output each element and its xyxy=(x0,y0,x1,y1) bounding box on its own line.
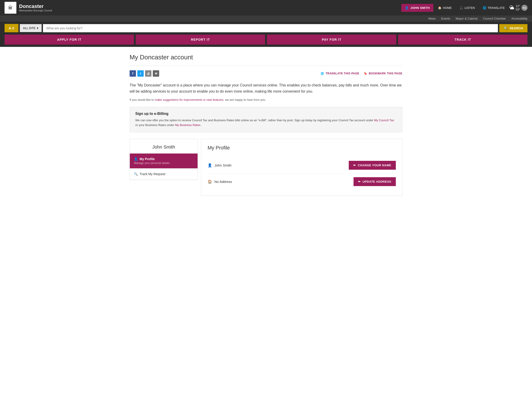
pay-for-it-button[interactable]: PAY FOR IT xyxy=(267,35,396,45)
nav-council-chamber[interactable]: Council Chamber xyxy=(483,17,506,20)
listen-button[interactable]: 🎧 LISTEN xyxy=(456,4,478,12)
sidebar-profile-label: 👤 My Profile xyxy=(134,157,193,161)
sidebar-header: John Smith xyxy=(130,139,198,154)
change-name-button[interactable]: ✏ CHANGE YOUR NAME xyxy=(349,161,396,170)
translate-page-link[interactable]: 🌐 TRANSLATE THIS PAGE xyxy=(321,72,359,75)
social-bar: f t 🖨 ✉ 🌐 TRANSLATE THIS PAGE 🔖 BOOKMARK… xyxy=(130,70,402,77)
logo-area: 🏛 Doncaster Metropolitan Borough Council xyxy=(5,2,52,14)
profile-address-row: 🏠 No Address ✏ UPDATE ADDRESS xyxy=(207,174,396,190)
title-divider xyxy=(130,65,402,66)
profile-icon: 👤 xyxy=(134,157,138,161)
profile-address-value: No Address xyxy=(214,180,232,184)
search-input[interactable] xyxy=(43,24,498,32)
sidebar-item-my-profile[interactable]: 👤 My Profile Manage your personal detail… xyxy=(130,154,198,168)
air-quality-badge: AQ xyxy=(522,5,527,11)
quick-nav-bar: APPLY FOR IT REPORT IT PAY FOR IT TRACK … xyxy=(0,35,532,47)
update-address-button[interactable]: ✏ UPDATE ADDRESS xyxy=(353,177,396,186)
billing-desc-text: We can now offer you the option to recei… xyxy=(135,119,374,122)
track-it-button[interactable]: TRACK IT xyxy=(398,35,527,45)
header-nav: 👤 JOHN SMITH 🏠 HOME 🎧 LISTEN 🌐 TRANSLATE… xyxy=(401,4,527,12)
edit-icon: ✏ xyxy=(353,164,356,167)
nav-events[interactable]: Events xyxy=(441,17,450,20)
address-field: 🏠 No Address xyxy=(207,179,232,184)
search-label: SEARCH xyxy=(509,26,523,30)
billing-end-text: . xyxy=(200,123,201,127)
main-content: My Doncaster account f t 🖨 ✉ 🌐 TRANSLATE… xyxy=(125,47,407,203)
user-name-label: JOHN SMITH xyxy=(410,6,430,9)
sidebar-item-track-request[interactable]: 🔍 Track My Request xyxy=(130,168,198,180)
billing-description: We can now offer you the option to recei… xyxy=(135,118,397,128)
scope-label: ALL SITE xyxy=(23,26,36,30)
home-label: HOME xyxy=(443,6,452,9)
page-title: My Doncaster account xyxy=(130,54,402,61)
suggestion-pre: If you would like to xyxy=(130,98,155,102)
business-rates-link[interactable]: My Business Rates xyxy=(175,123,200,127)
report-it-button[interactable]: REPORT IT xyxy=(136,35,265,45)
account-sidebar: John Smith 👤 My Profile Manage your pers… xyxy=(130,139,198,180)
temp-celsius: 12° xyxy=(516,4,520,8)
name-field: 👤 John Smith xyxy=(207,163,231,167)
search-button[interactable]: 🔍 SEARCH xyxy=(499,24,527,32)
listen-label: LISTEN xyxy=(464,6,475,9)
billing-mid-text: or your Business Rates under xyxy=(135,123,175,127)
twitter-share-button[interactable]: t xyxy=(137,70,144,77)
email-share-button[interactable]: ✉ xyxy=(153,70,159,77)
profile-name-row: 👤 John Smith ✏ CHANGE YOUR NAME xyxy=(207,157,396,174)
track-search-icon: 🔍 xyxy=(134,172,138,176)
billing-box: Sign up to e-Billing We can now offer yo… xyxy=(130,107,402,132)
sidebar-username: John Smith xyxy=(134,144,193,150)
council-tax-link[interactable]: My Council Tax xyxy=(374,119,394,122)
account-main: My Profile 👤 John Smith ✏ CHANGE YOUR NA… xyxy=(201,139,402,196)
bookmark-icon: 🔖 xyxy=(364,72,367,75)
globe-icon: 🌐 xyxy=(483,6,486,9)
change-name-label: CHANGE YOUR NAME xyxy=(358,164,391,167)
logo-icon: 🏛 xyxy=(5,2,16,14)
bookmark-page-link[interactable]: 🔖 BOOKMARK THIS PAGE xyxy=(364,72,402,75)
temp-fahrenheit: 53° xyxy=(516,8,520,11)
nav-accessibility[interactable]: Accessibility xyxy=(511,17,527,20)
nav-mayor[interactable]: Mayor & Cabinet xyxy=(456,17,478,20)
bookmark-page-label: BOOKMARK THIS PAGE xyxy=(369,72,402,75)
scope-selector[interactable]: ALL SITE ▾ xyxy=(20,24,42,32)
facebook-share-button[interactable]: f xyxy=(130,70,136,77)
logo-text: Doncaster Metropolitan Borough Council xyxy=(19,4,52,12)
translate-label: TRANSLATE xyxy=(488,6,505,9)
suggestion-text: If you would like to make suggestions fo… xyxy=(130,98,402,102)
profile-section-title: My Profile xyxy=(207,145,396,151)
account-grid: John Smith 👤 My Profile Manage your pers… xyxy=(130,139,402,196)
suggestion-post: , we are happy to hear from you. xyxy=(224,98,266,102)
apply-for-it-button[interactable]: APPLY FOR IT xyxy=(5,35,134,45)
secondary-nav: News Events Mayor & Cabinet Council Cham… xyxy=(0,16,532,22)
user-button[interactable]: 👤 JOHN SMITH xyxy=(401,4,433,12)
sidebar-track-label: 🔍 Track My Request xyxy=(134,172,193,176)
person-icon: 👤 xyxy=(207,163,212,167)
org-sub: Metropolitan Borough Council xyxy=(19,9,52,12)
social-icons: f t 🖨 ✉ xyxy=(130,70,159,77)
home-button[interactable]: 🏠 HOME xyxy=(435,4,455,12)
nav-news[interactable]: News xyxy=(428,17,436,20)
sidebar-profile-sub: Manage your personal details xyxy=(134,161,193,165)
update-address-label: UPDATE ADDRESS xyxy=(363,180,391,183)
suggestion-link[interactable]: make suggestions for improvements or new… xyxy=(155,98,224,102)
intro-text: The "My Doncaster" account is a place wh… xyxy=(130,82,402,94)
headphone-icon: 🎧 xyxy=(460,6,463,9)
translate-page-label: TRANSLATE THIS PAGE xyxy=(325,72,359,75)
search-icon: 🔍 xyxy=(504,26,508,30)
home-icon: 🏠 xyxy=(438,6,442,9)
page-actions: 🌐 TRANSLATE THIS PAGE 🔖 BOOKMARK THIS PA… xyxy=(321,72,402,75)
pencil-icon: ✏ xyxy=(358,180,361,183)
az-button[interactable]: A-Z xyxy=(5,24,18,32)
weather-cloud-icon: 🌥 xyxy=(509,5,514,11)
chevron-down-icon: ▾ xyxy=(37,26,38,30)
billing-title: Sign up to e-Billing xyxy=(135,112,397,116)
search-bar: A-Z ALL SITE ▾ 🔍 SEARCH xyxy=(0,22,532,35)
profile-name-value: John Smith xyxy=(214,163,231,167)
weather-widget: 🌥 12° 53° AQ xyxy=(509,4,527,11)
print-button[interactable]: 🖨 xyxy=(145,70,151,77)
user-icon: 👤 xyxy=(405,6,409,9)
temperature-display: 12° 53° xyxy=(516,4,520,11)
translate-icon: 🌐 xyxy=(321,72,324,75)
house-icon: 🏠 xyxy=(207,179,212,184)
header-top: 🏛 Doncaster Metropolitan Borough Council… xyxy=(0,0,532,16)
translate-button[interactable]: 🌐 TRANSLATE xyxy=(479,4,508,12)
